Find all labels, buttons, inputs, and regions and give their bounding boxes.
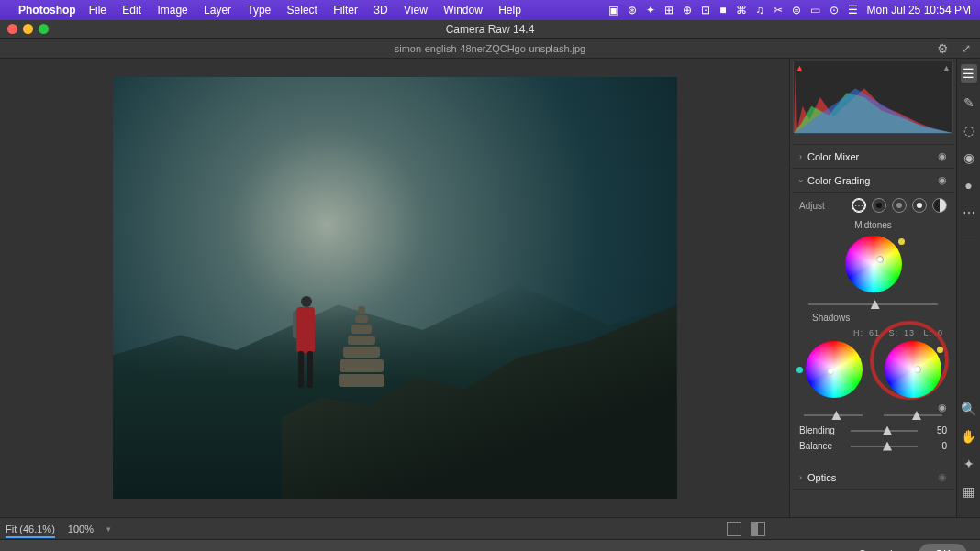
menu-file[interactable]: File — [89, 4, 106, 17]
menu-select[interactable]: Select — [287, 4, 317, 17]
status-icon[interactable]: ✂︎ — [774, 4, 783, 17]
color-sampler-icon[interactable]: ✦ — [961, 457, 977, 471]
wifi-icon[interactable]: ⊜ — [792, 4, 801, 17]
status-icon[interactable]: ♫ — [756, 4, 764, 17]
fit-zoom-label[interactable]: Fit (46.1%) — [6, 523, 55, 534]
adjust-midtones-button[interactable] — [892, 198, 907, 213]
menu-help[interactable]: Help — [498, 4, 521, 17]
adjust-global-button[interactable] — [932, 198, 947, 213]
status-icon[interactable]: ⊛ — [628, 4, 637, 17]
s-value: 13 — [904, 328, 915, 337]
midtones-title: Midtones — [799, 220, 947, 230]
highlights-outer-marker[interactable] — [937, 347, 943, 353]
expand-icon[interactable]: ⤢ — [962, 42, 971, 55]
clock[interactable]: Mon Jul 25 10:54 PM — [867, 4, 971, 17]
filename: simon-english-48nerZQCHgo-unsplash.jpg — [395, 43, 586, 54]
blending-value[interactable]: 50 — [923, 425, 947, 435]
shadows-wheel-wrap — [806, 341, 863, 398]
midtones-luminance-slider[interactable] — [808, 300, 939, 309]
panel-title: Color Grading — [807, 175, 938, 186]
panel-optics[interactable]: › Optics ◉ — [792, 466, 954, 490]
menu-3d[interactable]: 3D — [373, 4, 387, 17]
before-after-icon[interactable] — [751, 522, 765, 536]
file-bar: simon-english-48nerZQCHgo-unsplash.jpg ⚙… — [0, 39, 980, 59]
midtones-outer-marker[interactable] — [898, 238, 905, 245]
blending-slider-row: Blending 50 — [799, 425, 947, 435]
battery-icon[interactable]: ▭ — [810, 4, 820, 17]
status-icon[interactable]: ⌘ — [736, 4, 747, 17]
edit-sliders-icon[interactable]: ☰ — [961, 64, 977, 83]
right-tool-rail: ☰ ✎ ◌ ◉ ● ⋯ 🔍 ✋ ✦ ▦ — [956, 59, 980, 517]
main-area: ▲ ▲ › Color Mixer ◉ › Color Grading ◉ — [0, 59, 980, 517]
menu-type[interactable]: Type — [247, 4, 271, 17]
close-window-button[interactable] — [7, 24, 17, 34]
status-icon[interactable]: ■ — [719, 4, 726, 17]
blending-slider[interactable] — [851, 426, 918, 435]
redeye-icon[interactable]: ● — [961, 178, 977, 193]
menu-layer[interactable]: Layer — [204, 4, 231, 17]
status-icon[interactable]: ▣ — [608, 4, 618, 17]
highlights-luminance-slider[interactable] — [884, 411, 942, 420]
control-center-icon[interactable]: ☰ — [848, 4, 858, 17]
healing-icon[interactable]: ◌ — [961, 123, 977, 138]
ok-button[interactable]: OK — [919, 544, 967, 551]
app-name[interactable]: Photoshop — [18, 4, 76, 17]
highlights-wheel-handle[interactable] — [914, 366, 921, 373]
minimize-window-button[interactable] — [23, 24, 33, 34]
search-icon[interactable]: ⊙ — [830, 4, 839, 17]
settings-gear-icon[interactable]: ⚙ — [937, 41, 949, 56]
crop-icon[interactable]: ✎ — [961, 95, 977, 110]
shadows-luminance-slider[interactable] — [804, 411, 863, 420]
menu-view[interactable]: View — [404, 4, 428, 17]
menu-image[interactable]: Image — [157, 4, 187, 17]
adjust-three-way-button[interactable] — [852, 198, 866, 213]
balance-label: Balance — [799, 441, 845, 451]
status-icon[interactable]: ⊡ — [701, 4, 710, 17]
adjust-mode-row: Adjust — [799, 198, 947, 213]
more-icon[interactable]: ⋯ — [961, 205, 977, 220]
visibility-icon[interactable]: ◉ — [938, 150, 947, 162]
shadows-wheel-handle[interactable] — [827, 368, 834, 375]
histogram[interactable]: ▲ ▲ — [793, 61, 953, 134]
lower-wheels-row — [799, 341, 947, 398]
blending-label: Blending — [799, 425, 845, 435]
menu-filter[interactable]: Filter — [333, 4, 358, 17]
cancel-button[interactable]: Cancel — [841, 544, 908, 551]
menu-edit[interactable]: Edit — [122, 4, 141, 17]
zoom-tool-icon[interactable]: 🔍 — [961, 402, 977, 416]
h-value: 61 — [869, 328, 880, 337]
single-view-icon[interactable] — [727, 522, 741, 536]
midtones-wheel-handle[interactable] — [876, 256, 884, 263]
zoom-dropdown-icon[interactable]: ▾ — [106, 524, 111, 534]
edit-sidebar: ▲ ▲ › Color Mixer ◉ › Color Grading ◉ — [789, 59, 956, 517]
adjust-shadows-button[interactable] — [872, 198, 886, 213]
panel-title: Color Mixer — [807, 151, 938, 162]
shadows-color-wheel[interactable] — [806, 341, 863, 398]
zoom-level[interactable]: 100% — [68, 523, 94, 534]
visibility-icon[interactable]: ◉ — [938, 174, 947, 186]
grid-icon[interactable]: ▦ — [961, 484, 977, 499]
shadows-title: Shadows — [812, 313, 947, 323]
l-label: L: — [923, 328, 932, 337]
hand-tool-icon[interactable]: ✋ — [961, 429, 977, 444]
masking-icon[interactable]: ◉ — [961, 150, 977, 165]
shadows-outer-marker[interactable] — [796, 367, 803, 373]
window-title: Camera Raw 14.4 — [446, 23, 535, 36]
image-preview[interactable] — [0, 59, 789, 517]
adjust-highlights-button[interactable] — [912, 198, 927, 213]
status-icon[interactable]: ✦ — [646, 4, 655, 17]
panel-color-grading[interactable]: › Color Grading ◉ — [792, 169, 954, 193]
window-controls — [7, 24, 49, 34]
balance-value[interactable]: 0 — [923, 441, 947, 451]
panel-color-mixer[interactable]: › Color Mixer ◉ — [792, 145, 954, 169]
status-icon[interactable]: ⊞ — [664, 4, 674, 17]
balance-slider[interactable] — [851, 442, 918, 451]
highlights-color-wheel[interactable] — [885, 341, 941, 398]
midtones-color-wheel[interactable] — [845, 236, 902, 292]
midtones-row — [799, 236, 947, 292]
status-icon[interactable]: ⊕ — [683, 4, 692, 17]
visibility-icon[interactable]: ◉ — [938, 471, 947, 483]
fullscreen-window-button[interactable] — [39, 24, 49, 34]
macos-menubar: Photoshop File Edit Image Layer Type Sel… — [0, 0, 980, 20]
menu-window[interactable]: Window — [443, 4, 483, 17]
